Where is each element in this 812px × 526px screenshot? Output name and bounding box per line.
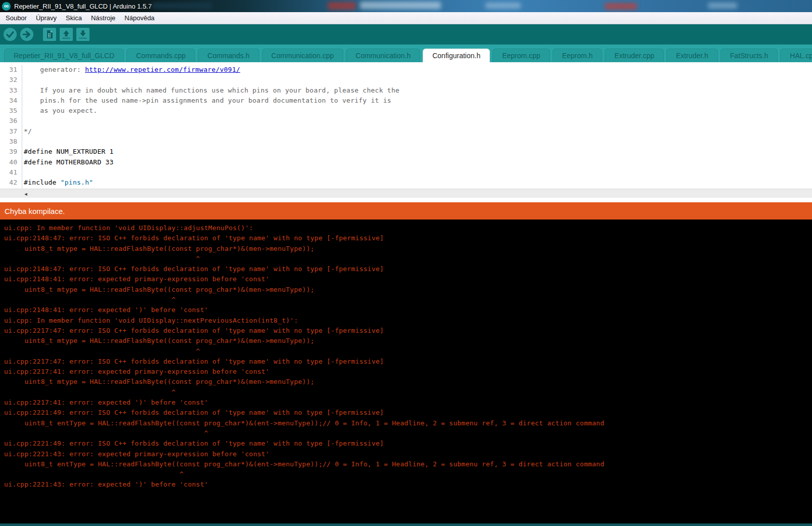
- new-sketch-button[interactable]: [42, 27, 57, 41]
- code-text: [22, 116, 24, 126]
- code-segment: */: [24, 127, 32, 135]
- console-line: ui.cpp:2217:41: error: expected primary-…: [4, 367, 812, 377]
- tab-communication-cpp[interactable]: Communication.cpp: [262, 49, 344, 62]
- code-line: 34 pins.h for the used name->pin assignm…: [0, 96, 812, 106]
- line-number: 42: [0, 178, 22, 188]
- verify-icon: [3, 27, 17, 41]
- verify-button[interactable]: [3, 27, 17, 41]
- console-line: uint8_t mtype = HAL::readFlashByte((cons…: [4, 285, 812, 295]
- line-number: 32: [0, 75, 22, 85]
- new-sketch-icon: [42, 27, 57, 41]
- code-text: [22, 137, 24, 147]
- console-line: ui.cpp:2148:41: error: expected primary-…: [4, 274, 812, 284]
- console-line: ^: [4, 428, 812, 439]
- save-button[interactable]: [76, 27, 90, 41]
- toolbar: [0, 24, 812, 45]
- code-line: 41: [0, 167, 812, 178]
- bottom-status-strip: [0, 523, 812, 526]
- tab-configuration-h[interactable]: Configuration.h: [423, 49, 490, 62]
- code-segment: #include: [24, 179, 61, 186]
- code-segment: #define MOTHERBOARD 33: [24, 158, 114, 166]
- scroll-left-arrow-icon[interactable]: ◂: [22, 190, 29, 197]
- tab-eeprom-h[interactable]: Eeprom.h: [553, 49, 603, 62]
- line-number: 41: [0, 167, 22, 178]
- console-line: ^: [4, 346, 812, 357]
- background-window-blur: [605, 3, 637, 10]
- tab-repetier-rii-91-v8-full-glcd[interactable]: Repetier_RII_91_V8_full_GLCD: [4, 49, 124, 62]
- console-line: ^: [4, 469, 812, 479]
- open-button[interactable]: [59, 27, 73, 41]
- line-number: 36: [0, 116, 22, 126]
- console-line: ui.cpp: In member function 'void UIDispl…: [4, 316, 812, 326]
- tab-extruder-h[interactable]: Extruder.h: [666, 49, 718, 62]
- menu-item-soubor[interactable]: Soubor: [1, 13, 31, 23]
- line-number: 34: [0, 96, 22, 106]
- background-window-blur: [328, 2, 356, 10]
- horizontal-scrollbar[interactable]: ◂: [0, 189, 812, 198]
- console-line: uint8_t mtype = HAL::readFlashByte((cons…: [4, 336, 812, 346]
- line-number: 33: [0, 85, 22, 96]
- console-line: ui.cpp:2217:47: error: ISO C++ forbids d…: [4, 357, 812, 367]
- console-line: ui.cpp:2148:41: error: expected ')' befo…: [4, 305, 812, 315]
- background-window-blur: [708, 3, 737, 9]
- console-line: ui.cpp:2217:41: error: expected ')' befo…: [4, 398, 812, 408]
- tab-hal-cpp[interactable]: HAL.cpp: [780, 49, 812, 62]
- upload-button[interactable]: [20, 27, 34, 41]
- code-text: #define NUM_EXTRUDER 1: [22, 147, 114, 157]
- line-number: 40: [0, 157, 22, 167]
- code-text: as you expect.: [22, 106, 97, 116]
- code-segment: pins.h for the used name->pin assignment…: [24, 97, 391, 104]
- code-text: */: [22, 126, 32, 137]
- console-line: ui.cpp:2148:47: error: ISO C++ forbids d…: [4, 264, 812, 274]
- code-line: 40#define MOTHERBOARD 33: [0, 157, 812, 167]
- line-number: 31: [0, 65, 22, 75]
- console-line: ^: [4, 254, 812, 264]
- tab-commands-h[interactable]: Commands.h: [198, 49, 259, 62]
- save-icon: [76, 27, 90, 41]
- menu-bar: SouborÚpravySkicaNástrojeNápověda: [0, 12, 812, 24]
- menu-item-skica[interactable]: Skica: [61, 13, 86, 23]
- code-segment: "pins.h": [61, 179, 94, 186]
- console-line: ui.cpp:2148:47: error: ISO C++ forbids d…: [4, 233, 812, 243]
- code-text: If you are in doubt which named function…: [22, 85, 399, 96]
- background-window-blur: [485, 3, 521, 9]
- menu-item-napoveda[interactable]: Nápověda: [120, 13, 159, 23]
- console-line: ui.cpp:2221:49: error: ISO C++ forbids d…: [4, 439, 812, 449]
- editor-console-divider: [0, 198, 812, 202]
- code-line: 39#define NUM_EXTRUDER 1: [0, 147, 812, 157]
- console-line: uint8_t entType = HAL::readFlashByte((co…: [4, 459, 812, 469]
- window-title: Repetier_RII_91_V8_full_GLCD | Arduino 1…: [14, 3, 152, 10]
- code-line: 38: [0, 137, 812, 147]
- menu-item-nastroje[interactable]: Nástroje: [86, 13, 120, 23]
- code-line: 37*/: [0, 126, 812, 137]
- code-segment: as you expect.: [24, 107, 97, 114]
- console-output[interactable]: ui.cpp: In member function 'void UIDispl…: [0, 220, 812, 523]
- code-line: 36: [0, 116, 812, 126]
- line-number: 37: [0, 126, 22, 137]
- upload-icon: [20, 27, 34, 41]
- console-line: ui.cpp:2221:43: error: expected primary-…: [4, 449, 812, 459]
- menu-item-upravy[interactable]: Úpravy: [31, 13, 61, 23]
- tab-fatstructs-h[interactable]: FatStructs.h: [720, 49, 778, 62]
- code-text: generator: http://www.repetier.com/firmw…: [22, 65, 240, 75]
- code-text: #include "pins.h": [22, 178, 93, 188]
- arduino-infinity-icon: ∞: [2, 2, 11, 11]
- code-editor[interactable]: 31 generator: http://www.repetier.com/fi…: [0, 62, 812, 189]
- console-line: ui.cpp:2221:49: error: ISO C++ forbids d…: [4, 408, 812, 418]
- console-line: uint8_t mtype = HAL::readFlashByte((cons…: [4, 377, 812, 387]
- code-line: 31 generator: http://www.repetier.com/fi…: [0, 65, 812, 75]
- tab-eeprom-cpp[interactable]: Eeprom.cpp: [492, 49, 550, 62]
- tab-communication-h[interactable]: Communication.h: [346, 49, 420, 62]
- console-line: uint8_t mtype = HAL::readFlashByte((cons…: [4, 244, 812, 254]
- open-icon: [59, 27, 73, 41]
- code-text: #define MOTHERBOARD 33: [22, 157, 114, 167]
- background-window-blur: [152, 3, 212, 9]
- line-number: 38: [0, 137, 22, 147]
- repetier-firmware-link[interactable]: http://www.repetier.com/firmware/v091/: [85, 66, 240, 73]
- tab-extruder-cpp[interactable]: Extruder.cpp: [605, 49, 664, 62]
- console-line: ui.cpp: In member function 'void UIDispl…: [4, 223, 812, 233]
- tab-commands-cpp[interactable]: Commands.cpp: [126, 49, 195, 62]
- console-line: ^: [4, 387, 812, 398]
- code-text: pins.h for the used name->pin assignment…: [22, 96, 391, 106]
- line-number: 39: [0, 147, 22, 157]
